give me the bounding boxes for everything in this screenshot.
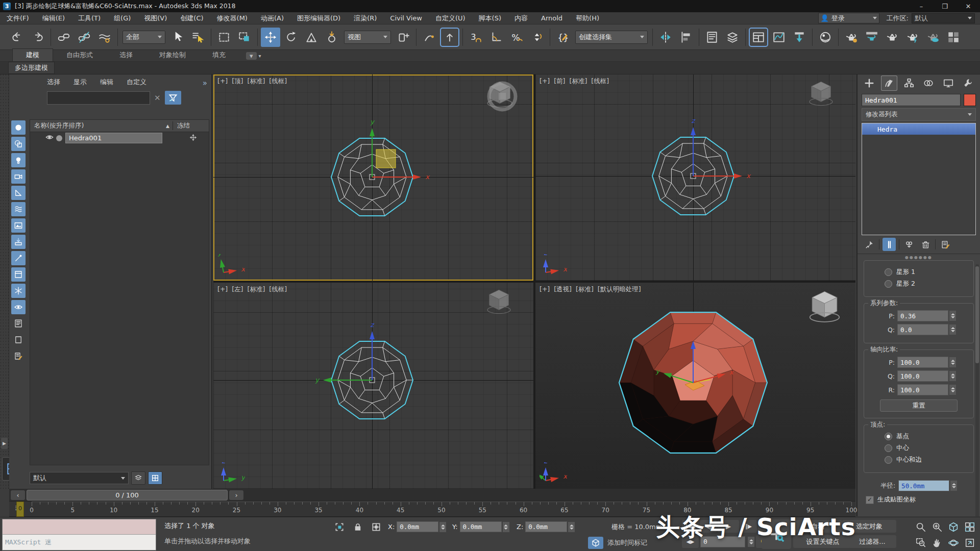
viewport-left[interactable]: [+][左][标准][线框]yzyz [213, 283, 533, 489]
undo-button[interactable] [8, 28, 27, 47]
use-pivot-point-center-button[interactable] [394, 28, 413, 47]
explorer-menu-选择[interactable]: 选择 [47, 78, 60, 87]
viewport-shading[interactable]: [默认明暗处理] [598, 285, 641, 293]
select-and-link-button[interactable] [54, 28, 74, 47]
viewport-top[interactable]: [+][顶][标准][线框]xyxy [213, 74, 533, 281]
explorer-menu-显示[interactable]: 显示 [74, 78, 87, 87]
configure-modifier-sets-button[interactable] [939, 238, 952, 251]
viewport-menu[interactable]: [+] [217, 285, 228, 293]
add-time-tag[interactable]: 添加时间标记 [607, 538, 647, 547]
ribbon-minimize-button[interactable]: ▾▾ [246, 52, 261, 61]
sign-in-dropdown[interactable]: 👤 登录 [818, 13, 879, 23]
toggle-cameras-icon[interactable] [11, 169, 26, 184]
viewport-shading[interactable]: [线框] [591, 77, 609, 85]
series-p-spinner[interactable] [949, 311, 956, 321]
x-coordinate-field[interactable]: 0.0mm [397, 521, 438, 532]
toggle-layer-explorer-button[interactable] [723, 28, 742, 47]
series-p-field[interactable]: 0.36 [897, 310, 948, 321]
viewport-menu[interactable]: [+] [540, 77, 550, 85]
name-column-header[interactable]: 名称(按升序排序) ▲ [30, 121, 173, 130]
render-iterative-button[interactable] [903, 28, 922, 47]
named-selection-sets-dropdown[interactable]: 创建选择集 [575, 31, 648, 44]
render-setup-button[interactable] [842, 28, 861, 47]
angle-snap-toggle[interactable] [486, 28, 506, 47]
rollout-scroll-grip[interactable]: ●●●●●● [857, 255, 980, 259]
rectangular-selection-region-button[interactable] [214, 28, 234, 47]
toggle-geometry-icon[interactable] [11, 120, 26, 135]
viewport-shading[interactable]: [线框] [269, 285, 287, 293]
menu-item-t[interactable]: 工具(T) [71, 12, 107, 24]
curve-editor-button[interactable] [769, 28, 789, 47]
ribbon-tab-建模[interactable]: 建模 [12, 48, 53, 61]
viewport-style[interactable]: [标准] [248, 77, 265, 85]
menu-item-v[interactable]: 视图(V) [137, 12, 174, 24]
toggle-bones-icon[interactable] [11, 251, 26, 265]
toggle-frozen-icon[interactable] [11, 284, 26, 298]
selection-filter-dropdown[interactable]: 全部 [122, 31, 165, 44]
select-and-manipulate-button[interactable] [420, 28, 439, 47]
previous-frame-arrow[interactable]: ‹ [11, 490, 25, 500]
snaps-toggle-button[interactable]: 3 [466, 28, 485, 47]
command-panel-scrollbar[interactable] [975, 264, 979, 551]
visibility-eye-icon[interactable] [45, 133, 54, 143]
selection-region-cube-icon[interactable] [333, 521, 346, 533]
tab-motion[interactable] [920, 76, 937, 91]
toggle-shapes-icon[interactable] [11, 137, 26, 151]
vertex-option-center-edge[interactable]: 中心和边 [885, 456, 970, 464]
viewport-style[interactable]: [标准] [570, 77, 587, 85]
explorer-grid-button[interactable] [148, 471, 162, 485]
generate-mapping-coords-checkbox[interactable]: ✓ 生成贴图坐标 [866, 495, 980, 504]
explorer-blank-icon[interactable] [11, 333, 26, 347]
toggle-materials-icon[interactable] [11, 218, 26, 233]
select-and-scale-button[interactable] [302, 28, 321, 47]
family-option-star2[interactable]: 星形 2 [885, 280, 970, 288]
material-editor-button[interactable] [816, 28, 835, 47]
explorer-preset-dropdown[interactable]: 默认 [30, 472, 129, 484]
toggle-xref-icon[interactable] [11, 235, 26, 249]
reference-coordinate-system-dropdown[interactable]: 视图 [344, 31, 391, 44]
viewport-view-name[interactable]: [左] [232, 285, 243, 293]
tab-hierarchy[interactable] [901, 76, 917, 91]
viewport-menu[interactable]: [+] [540, 285, 550, 293]
rendered-frame-window-button[interactable] [862, 28, 881, 47]
stack-item-hedra[interactable]: Hedra [862, 123, 975, 135]
close-button[interactable]: ✕ [957, 0, 980, 12]
zoom-extents-all-button[interactable] [962, 519, 977, 535]
hedra-object-wireframe[interactable]: xz [535, 74, 855, 281]
vertex-option-base[interactable]: 基点 [885, 432, 970, 441]
y-spinner[interactable] [503, 522, 509, 532]
menu-item-e[interactable]: 编辑(E) [36, 12, 71, 24]
pin-stack-button[interactable] [863, 238, 876, 251]
vertex-option-center[interactable]: 中心 [885, 444, 970, 453]
menu-item-[interactable]: 内容 [508, 12, 534, 24]
x-spinner[interactable] [439, 522, 446, 532]
viewport-shading[interactable]: [线框] [269, 77, 287, 85]
remove-modifier-button[interactable] [919, 238, 932, 251]
edit-named-selection-sets-button[interactable]: {} [553, 28, 573, 47]
ribbon-tab-自由形式[interactable]: 自由形式 [53, 49, 106, 61]
maxscript-macro-row[interactable] [3, 519, 156, 535]
family-option-star1[interactable]: 星形 1 [885, 268, 970, 277]
axis-r-spinner[interactable] [949, 385, 956, 395]
hedra-object-wireframe[interactable]: yz [213, 283, 533, 489]
menu-item-c[interactable]: 创建(C) [174, 12, 210, 24]
tab-create[interactable] [861, 76, 877, 91]
select-and-rotate-button[interactable] [281, 28, 301, 47]
explorer-list-view-icon[interactable] [11, 316, 26, 331]
toggle-containers-icon[interactable] [11, 267, 26, 282]
select-by-name-button[interactable] [188, 28, 208, 47]
z-coordinate-field[interactable]: 0.0mm [525, 521, 567, 532]
axis-p-spinner[interactable] [949, 357, 956, 367]
table-row[interactable]: Hedra001 [30, 132, 209, 144]
viewcube[interactable] [808, 80, 834, 107]
explorer-search-input[interactable] [47, 91, 150, 105]
toggle-ribbon-button[interactable] [749, 28, 768, 47]
viewport-menu[interactable]: [+] [217, 77, 228, 85]
z-spinner[interactable] [568, 522, 575, 532]
menu-item-m[interactable]: 修改器(M) [210, 12, 254, 24]
keyboard-override-toggle[interactable] [440, 28, 459, 47]
radius-field[interactable]: 50.0mm [898, 480, 949, 491]
viewport-style[interactable]: [标准] [576, 285, 594, 293]
menu-item-arnold[interactable]: Arnold [534, 12, 569, 24]
viewcube[interactable] [486, 288, 511, 315]
